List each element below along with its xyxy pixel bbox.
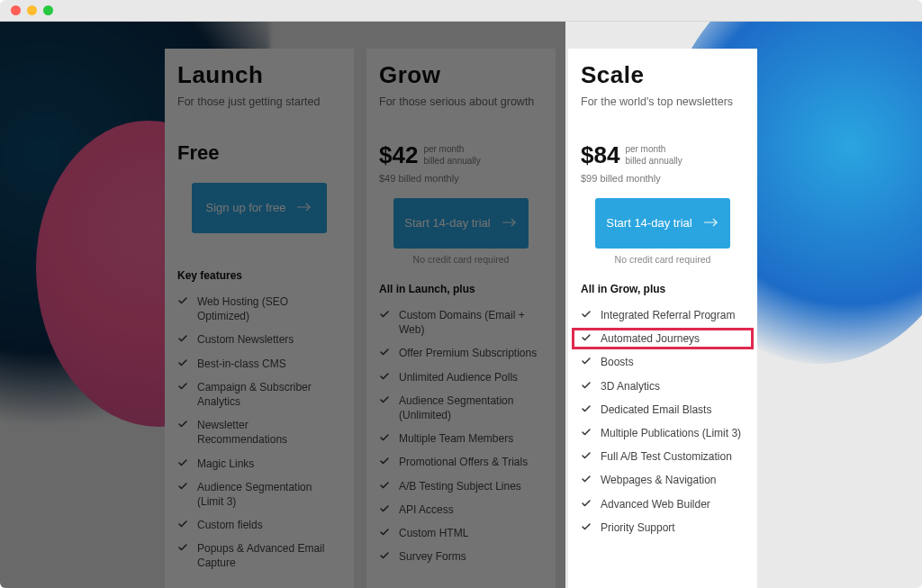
arrow-right-icon: [703, 214, 719, 232]
check-icon: [581, 332, 592, 343]
feature-item: Offer Premium Subscriptions: [379, 346, 543, 360]
feature-label: Advanced Web Builder: [601, 497, 710, 511]
feature-label: Audience Segmentation (Limit 3): [197, 480, 341, 509]
check-icon: [581, 450, 592, 461]
feature-item: Multiple Publications (Limit 3): [581, 426, 745, 440]
check-icon: [379, 503, 390, 514]
feature-label: Web Hosting (SEO Optimized): [197, 294, 341, 323]
feature-item: Magic Links: [177, 457, 341, 471]
feature-label: Webpages & Navigation: [601, 473, 717, 487]
feature-item: Automated Journeys: [581, 331, 745, 346]
check-icon: [581, 380, 592, 391]
feature-label: Integrated Referral Program: [601, 308, 735, 322]
window-zoom-button[interactable]: [43, 5, 53, 15]
feature-item: Audience Segmentation (Unlimited): [379, 394, 543, 422]
feature-item: Custom Domains (Email + Web): [379, 308, 543, 337]
plan-cta-button[interactable]: Start 14-day trial: [393, 198, 529, 249]
feature-item: Best-in-class CMS: [177, 357, 341, 371]
arrow-right-icon: [296, 199, 312, 217]
price-meta-line: billed annually: [625, 156, 682, 167]
check-icon: [379, 480, 390, 491]
check-icon: [177, 357, 188, 368]
plan-price-row: $42per monthbilled annually: [379, 141, 543, 169]
feature-label: 3D Analytics: [601, 379, 660, 394]
price-meta-line: per month: [625, 144, 682, 156]
feature-label: Custom HTML: [399, 526, 468, 540]
feature-item: Unlimited Audience Polls: [379, 370, 543, 384]
feature-label: Dedicated Email Blasts: [601, 403, 711, 417]
feature-label: Audience Segmentation (Unlimited): [399, 394, 543, 422]
feature-item: Advanced Web Builder: [581, 497, 745, 511]
feature-label: Custom Domains (Email + Web): [399, 308, 543, 337]
features-list: Integrated Referral ProgramAutomated Jou…: [581, 308, 745, 535]
plan-cta-label: Sign up for free: [206, 201, 286, 215]
plan-price-meta: per monthbilled annually: [423, 144, 480, 169]
window-close-button[interactable]: [11, 5, 21, 15]
feature-item: Multiple Team Members: [379, 431, 543, 446]
plan-price-row: $84per monthbilled annually: [581, 141, 745, 169]
arrow-right-icon: [502, 214, 518, 232]
feature-item: Audience Segmentation (Limit 3): [177, 480, 341, 509]
feature-item: Web Hosting (SEO Optimized): [177, 294, 341, 323]
plan-subtitle: For those just getting started: [177, 95, 341, 125]
check-icon: [581, 309, 592, 320]
check-icon: [379, 394, 390, 405]
feature-label: Survey Forms: [399, 549, 466, 564]
feature-label: Newsletter Recommendations: [197, 418, 341, 447]
check-icon: [581, 498, 592, 509]
check-icon: [379, 432, 390, 443]
plan-subtitle: For the world's top newsletters: [581, 95, 745, 125]
window-minimize-button[interactable]: [27, 5, 37, 15]
plan-title: Scale: [581, 61, 745, 89]
plan-launch: LaunchFor those just getting startedFree…: [165, 49, 354, 588]
check-icon: [379, 309, 390, 320]
plan-title: Launch: [177, 61, 341, 89]
check-icon: [581, 474, 592, 484]
feature-label: Best-in-class CMS: [197, 357, 286, 371]
feature-label: Priority Support: [601, 520, 675, 535]
page-content: LaunchFor those just getting startedFree…: [0, 22, 922, 588]
feature-label: Popups & Advanced Email Capture: [197, 541, 341, 570]
check-icon: [177, 333, 188, 344]
spacer: [177, 239, 341, 251]
plan-monthly-note: $49 billed monthly: [379, 173, 543, 184]
check-icon: [581, 427, 592, 438]
feature-label: Magic Links: [197, 457, 254, 471]
feature-label: Automated Journeys: [601, 331, 700, 346]
feature-label: Multiple Team Members: [399, 431, 513, 446]
feature-item: API Access: [379, 502, 543, 517]
feature-label: Offer Premium Subscriptions: [399, 346, 537, 360]
features-section-label: Key features: [177, 269, 341, 282]
features-list: Custom Domains (Email + Web)Offer Premiu…: [379, 308, 543, 564]
no-credit-card-note: No credit card required: [379, 254, 543, 265]
check-icon: [177, 519, 188, 529]
feature-item: Popups & Advanced Email Capture: [177, 541, 341, 570]
window-titlebar: [0, 0, 922, 22]
check-icon: [177, 481, 188, 492]
check-icon: [177, 457, 188, 468]
feature-label: Custom fields: [197, 518, 263, 532]
features-list: Web Hosting (SEO Optimized)Custom Newsle…: [177, 294, 341, 571]
feature-label: API Access: [399, 502, 454, 517]
plan-cta-label: Start 14-day trial: [404, 216, 490, 231]
plan-subtitle: For those serious about growth: [379, 95, 543, 125]
plan-price-meta: per monthbilled annually: [625, 144, 682, 169]
check-icon: [379, 371, 390, 382]
feature-item: Custom HTML: [379, 526, 543, 540]
feature-item: Survey Forms: [379, 549, 543, 564]
features-section-label: All in Launch, plus: [379, 283, 543, 295]
feature-item: Full A/B Test Customization: [581, 449, 745, 464]
plan-cta-button[interactable]: Sign up for free: [192, 183, 327, 233]
feature-label: Unlimited Audience Polls: [399, 370, 518, 384]
feature-item: Integrated Referral Program: [581, 308, 745, 322]
feature-label: Multiple Publications (Limit 3): [601, 426, 741, 440]
check-icon: [379, 456, 390, 466]
check-icon: [581, 356, 592, 366]
feature-label: Promotional Offers & Trials: [399, 455, 528, 469]
plan-price-free: Free: [177, 141, 341, 165]
check-icon: [177, 381, 188, 392]
feature-label: Boosts: [601, 355, 634, 369]
check-icon: [379, 550, 390, 561]
plan-cta-button[interactable]: Start 14-day trial: [595, 198, 730, 249]
check-icon: [177, 419, 188, 430]
